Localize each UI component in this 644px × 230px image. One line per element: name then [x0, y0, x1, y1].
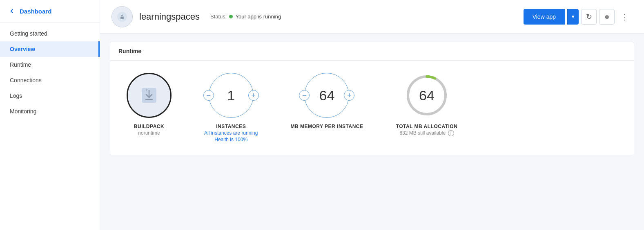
buildpack-sublabel: noruntime	[134, 130, 164, 136]
app-name: learningspaces	[139, 11, 200, 22]
more-icon: ⋮	[621, 12, 629, 22]
rocket-icon	[116, 11, 128, 23]
memory-increase-button[interactable]: +	[344, 90, 354, 101]
memory-stepper: − 64 +	[304, 73, 349, 118]
app-header: learningspaces Status: Your app is runni…	[100, 0, 644, 34]
total-allocation-label: TOTAL MB ALLOCATION	[396, 124, 458, 129]
instances-value: 1	[227, 88, 235, 104]
stop-button[interactable]: ⏺	[599, 9, 615, 25]
sidebar-item-connections[interactable]: Connections	[0, 72, 100, 88]
header-actions: View app ▾ ↻ ⏺ ⋮	[524, 9, 633, 25]
main-area: learningspaces Status: Your app is runni…	[100, 0, 644, 230]
buildpack-label: BUILDPACK	[134, 124, 164, 129]
runtime-card-body: BUILDPACK noruntime − 1 + INSTANCES All …	[110, 61, 634, 155]
refresh-icon: ↻	[586, 12, 592, 21]
view-app-button[interactable]: View app	[524, 9, 565, 25]
instances-stepper: − 1 +	[209, 73, 254, 118]
sidebar: Dashboard Getting started Overview Runti…	[0, 0, 100, 230]
sidebar-item-logs[interactable]: Logs	[0, 88, 100, 104]
instances-label: INSTANCES	[204, 124, 258, 129]
instances-sublabel2: Health is 100%	[204, 137, 258, 142]
info-icon[interactable]: i	[448, 130, 454, 136]
more-options-button[interactable]: ⋮	[617, 9, 633, 25]
buildpack-circle	[127, 73, 172, 118]
header-left: learningspaces Status: Your app is runni…	[111, 6, 281, 27]
buildpack-info: BUILDPACK noruntime	[134, 124, 164, 136]
total-allocation-widget: 64 TOTAL MB ALLOCATION 832 MB still avai…	[396, 73, 458, 136]
memory-info: MB MEMORY PER INSTANCE	[290, 124, 363, 129]
status-dot	[229, 15, 233, 18]
view-app-dropdown-button[interactable]: ▾	[567, 9, 579, 25]
main-content: Runtime BUILDPACK	[100, 34, 644, 230]
total-allocation-info: TOTAL MB ALLOCATION 832 MB still availab…	[396, 124, 458, 136]
runtime-section-title: Runtime	[110, 42, 634, 61]
refresh-button[interactable]: ↻	[581, 9, 597, 25]
status-text: Your app is running	[235, 14, 281, 20]
memory-widget: − 64 + MB MEMORY PER INSTANCE	[290, 73, 363, 129]
sidebar-item-overview[interactable]: Overview	[0, 41, 100, 57]
status-area: Status: Your app is running	[210, 14, 281, 20]
total-allocation-available: 832 MB still available i	[396, 130, 458, 136]
sidebar-nav: Getting started Overview Runtime Connect…	[0, 23, 100, 122]
status-label: Status:	[210, 14, 227, 20]
stop-icon: ⏺	[604, 14, 610, 20]
sidebar-item-runtime[interactable]: Runtime	[0, 57, 100, 72]
sidebar-back-button[interactable]: Dashboard	[0, 0, 100, 23]
sidebar-item-getting-started[interactable]: Getting started	[0, 26, 100, 41]
instances-decrease-button[interactable]: −	[203, 90, 214, 101]
memory-value: 64	[319, 88, 335, 104]
memory-label: MB MEMORY PER INSTANCE	[290, 124, 363, 129]
svg-point-1	[121, 16, 123, 17]
buildpack-icon	[138, 85, 160, 106]
instances-increase-button[interactable]: +	[248, 90, 259, 101]
sidebar-item-monitoring[interactable]: Monitoring	[0, 104, 100, 119]
buildpack-widget: BUILDPACK noruntime	[127, 73, 172, 136]
instances-info: INSTANCES All instances are running Heal…	[204, 124, 258, 142]
instances-widget: − 1 + INSTANCES All instances are runnin…	[204, 73, 258, 142]
total-allocation-donut: 64	[404, 73, 449, 118]
memory-decrease-button[interactable]: −	[299, 90, 310, 101]
total-allocation-value: 64	[419, 88, 435, 104]
back-label: Dashboard	[20, 8, 51, 15]
dropdown-arrow-icon: ▾	[572, 14, 575, 20]
instances-sublabel1: All instances are running	[204, 130, 258, 136]
app-icon	[111, 6, 133, 27]
runtime-card: Runtime BUILDPACK	[110, 42, 634, 155]
back-icon	[8, 7, 16, 15]
